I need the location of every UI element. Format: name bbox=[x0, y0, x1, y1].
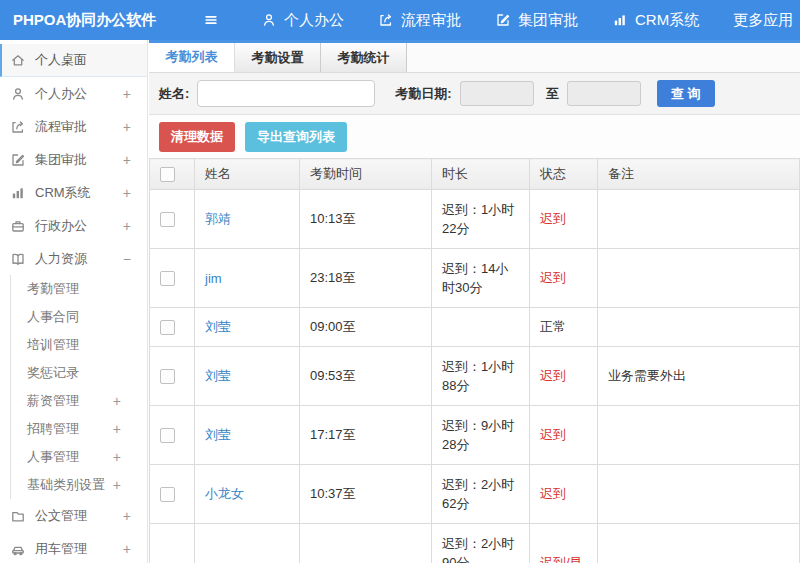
duration-cell: 迟到：9小时28分 bbox=[432, 406, 530, 465]
attendance-time-cell: 09:53至 bbox=[300, 347, 432, 406]
sidebar-item-vehicle-management[interactable]: 用车管理 + bbox=[0, 532, 147, 563]
nav-more-apps[interactable]: 更多应用 bbox=[733, 11, 800, 30]
sidebar-item-label: 流程审批 bbox=[35, 118, 114, 136]
attendance-time-cell: 17:17至 bbox=[300, 406, 432, 465]
main-content: 考勤列表 考勤设置 考勤统计 姓名: 考勤日期: 至 查 询 清理数据 导出查询… bbox=[149, 40, 800, 563]
employee-name-link[interactable]: jim bbox=[205, 271, 222, 286]
sidebar-subitem-attendance-management[interactable]: 考勤管理 bbox=[11, 275, 147, 303]
expand-indicator: + bbox=[123, 86, 131, 102]
collapse-indicator: − bbox=[123, 251, 131, 267]
sidebar-subitem-label: 基础类别设置 bbox=[27, 476, 113, 494]
sidebar-item-label: CRM系统 bbox=[35, 184, 114, 202]
sidebar-subitem-base-category-settings[interactable]: 基础类别设置 + bbox=[11, 471, 147, 499]
sidebar-item-personal-desktop[interactable]: 个人桌面 bbox=[0, 44, 147, 77]
table-row: 刘莹 09:00至 正常 bbox=[150, 308, 800, 347]
person-icon bbox=[261, 12, 277, 28]
sidebar-item-label: 用车管理 bbox=[35, 540, 114, 558]
note-cell bbox=[598, 249, 800, 308]
table-row: jim 23:18至 迟到：14小时30分 迟到 bbox=[150, 249, 800, 308]
sidebar: 个人桌面 个人办公 + 流程审批 + 集团审批 + bbox=[0, 40, 148, 563]
expand-indicator: + bbox=[123, 218, 131, 234]
employee-name-link[interactable]: 小龙女 bbox=[205, 486, 244, 501]
nav-crm-system[interactable]: CRM系统 bbox=[612, 11, 699, 30]
employee-name-link[interactable]: 刘莹 bbox=[205, 368, 231, 383]
nav-label: 流程审批 bbox=[401, 11, 461, 30]
duration-cell: 迟到：2小时62分 bbox=[432, 465, 530, 524]
date-filter-label: 考勤日期: bbox=[395, 85, 451, 103]
sidebar-subitem-personnel-management[interactable]: 人事管理 + bbox=[11, 443, 147, 471]
sidebar-item-label: 个人办公 bbox=[35, 85, 114, 103]
expand-indicator: + bbox=[113, 449, 121, 465]
tab-attendance-list[interactable]: 考勤列表 bbox=[149, 43, 235, 72]
sidebar-subitem-hr-contracts[interactable]: 人事合同 bbox=[11, 303, 147, 331]
note-cell bbox=[598, 308, 800, 347]
duration-line: 迟到：9小时28分 bbox=[442, 416, 519, 454]
status-badge: 迟到 bbox=[540, 270, 566, 285]
expand-indicator: + bbox=[123, 508, 131, 524]
duration-cell: 迟到：14小时30分 bbox=[432, 249, 530, 308]
col-name: 姓名 bbox=[195, 159, 300, 190]
folder-icon bbox=[10, 508, 26, 524]
expand-indicator: + bbox=[123, 541, 131, 557]
status-badge: 迟到 bbox=[540, 368, 566, 383]
duration-line: 迟到：1小时88分 bbox=[442, 357, 519, 395]
row-checkbox[interactable] bbox=[160, 487, 175, 502]
attendance-time-cell: 10:54至10:54 bbox=[300, 524, 432, 563]
expand-indicator: + bbox=[113, 477, 121, 493]
action-toolbar: 清理数据 导出查询列表 bbox=[149, 115, 800, 158]
status-badge: 正常 bbox=[540, 319, 566, 334]
app-window: PHPOA协同办公软件 个人办公 流程审批 bbox=[0, 0, 800, 563]
nav-group-approval[interactable]: 集团审批 bbox=[495, 11, 578, 30]
sidebar-item-admin-office[interactable]: 行政办公 + bbox=[0, 209, 147, 242]
edit-icon bbox=[495, 12, 511, 28]
sidebar-item-group-approval[interactable]: 集团审批 + bbox=[0, 143, 147, 176]
export-list-button[interactable]: 导出查询列表 bbox=[245, 122, 347, 152]
row-checkbox[interactable] bbox=[160, 369, 175, 384]
sidebar-subitem-label: 人事合同 bbox=[27, 308, 121, 326]
sidebar-item-label: 行政办公 bbox=[35, 217, 114, 235]
name-filter-input[interactable] bbox=[197, 80, 375, 107]
date-from-input[interactable] bbox=[460, 81, 534, 106]
row-checkbox[interactable] bbox=[160, 428, 175, 443]
employee-name-link[interactable]: 郭靖 bbox=[205, 211, 231, 226]
person-icon bbox=[10, 86, 26, 102]
table-row: 管理员 10:54至10:54 迟到：2小时90分 早退：7小时10分 迟到/早… bbox=[150, 524, 800, 563]
bar-chart-icon bbox=[10, 185, 26, 201]
tab-label: 考勤统计 bbox=[338, 49, 390, 67]
sidebar-item-human-resources[interactable]: 人力资源 − bbox=[0, 242, 147, 275]
sidebar-item-workflow-approval[interactable]: 流程审批 + bbox=[0, 110, 147, 143]
row-checkbox[interactable] bbox=[160, 320, 175, 335]
select-all-checkbox[interactable] bbox=[160, 167, 175, 182]
date-to-input[interactable] bbox=[567, 81, 641, 106]
sidebar-subitem-reward-punishment[interactable]: 奖惩记录 bbox=[11, 359, 147, 387]
menu-toggle[interactable] bbox=[203, 12, 219, 28]
duration-line: 迟到：14小时30分 bbox=[442, 259, 519, 297]
sidebar-item-personal-office[interactable]: 个人办公 + bbox=[0, 77, 147, 110]
col-attendance-time: 考勤时间 bbox=[300, 159, 432, 190]
duration-cell: 迟到：1小时22分 bbox=[432, 190, 530, 249]
nav-label: CRM系统 bbox=[635, 11, 699, 30]
nav-personal-office[interactable]: 个人办公 bbox=[261, 11, 344, 30]
sidebar-subitem-recruitment-management[interactable]: 招聘管理 + bbox=[11, 415, 147, 443]
duration-line: 迟到：1小时22分 bbox=[442, 200, 519, 238]
clear-data-button[interactable]: 清理数据 bbox=[159, 122, 235, 152]
sidebar-subitem-training-management[interactable]: 培训管理 bbox=[11, 331, 147, 359]
search-button[interactable]: 查 询 bbox=[657, 80, 715, 107]
sidebar-subitem-label: 薪资管理 bbox=[27, 392, 113, 410]
col-duration: 时长 bbox=[432, 159, 530, 190]
row-checkbox[interactable] bbox=[160, 271, 175, 286]
book-icon bbox=[10, 251, 26, 267]
sidebar-subitem-label: 奖惩记录 bbox=[27, 364, 121, 382]
tab-bar: 考勤列表 考勤设置 考勤统计 bbox=[149, 43, 800, 73]
tab-attendance-statistics[interactable]: 考勤统计 bbox=[321, 43, 407, 72]
col-note: 备注 bbox=[598, 159, 800, 190]
tab-attendance-settings[interactable]: 考勤设置 bbox=[235, 43, 321, 72]
sidebar-item-crm-system[interactable]: CRM系统 + bbox=[0, 176, 147, 209]
sidebar-subitem-salary-management[interactable]: 薪资管理 + bbox=[11, 387, 147, 415]
nav-workflow-approval[interactable]: 流程审批 bbox=[378, 11, 461, 30]
row-checkbox[interactable] bbox=[160, 212, 175, 227]
employee-name-link[interactable]: 刘莹 bbox=[205, 427, 231, 442]
sidebar-item-document-management[interactable]: 公文管理 + bbox=[0, 499, 147, 532]
attendance-time-cell: 23:18至 bbox=[300, 249, 432, 308]
employee-name-link[interactable]: 刘莹 bbox=[205, 319, 231, 334]
